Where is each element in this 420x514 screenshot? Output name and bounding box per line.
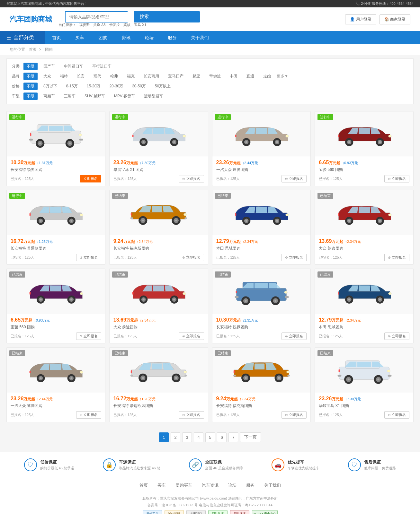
card-footer: 已报名：125人 ⊙ 立即报名 <box>11 332 101 340</box>
filter-cartype-all[interactable]: 不限 <box>23 93 38 100</box>
hot-item-5[interactable]: 宝马 X1 <box>134 23 147 27</box>
filter-type-all[interactable]: 不限 <box>23 63 38 70</box>
register-button[interactable]: ⊙ 立即报名 <box>281 332 307 340</box>
svg-point-11 <box>79 134 82 136</box>
filter-brand-kia[interactable]: 起亚 <box>189 73 203 80</box>
register-button[interactable]: ⊙ 立即报名 <box>384 175 409 182</box>
svg-point-110 <box>143 298 145 300</box>
nav-all-categories[interactable]: ☰ 全部分类 <box>0 31 45 44</box>
register-button[interactable]: ⊙ 立即报名 <box>76 332 101 340</box>
nav-news[interactable]: 资讯 <box>114 31 138 44</box>
register-button[interactable]: ⊙ 立即报名 <box>76 411 101 419</box>
nav-buy[interactable]: 买车 <box>68 31 91 44</box>
register-button[interactable]: ⊙ 立即报名 <box>281 175 307 182</box>
hot-item-4[interactable]: 翼核 <box>123 23 130 27</box>
hot-item-2[interactable]: 类逸 A3 <box>93 23 106 27</box>
filter-brand-other[interactable]: 走始 <box>260 73 274 80</box>
filter-price-30-50[interactable]: 30-50万 <box>129 83 149 90</box>
footer-nav-news[interactable]: 汽车资讯 <box>202 483 219 488</box>
filter-brand-vw[interactable]: 大众 <box>40 73 54 80</box>
filter-brand-chevrolet[interactable]: 帝佛兰 <box>206 73 224 80</box>
merchant-login-button[interactable]: 🏠 商家登录 <box>380 14 410 24</box>
register-button[interactable]: ⊙ 立即报名 <box>281 411 307 419</box>
page-next[interactable]: 下一页 <box>240 432 261 442</box>
nav-about[interactable]: 关于我们 <box>184 31 216 44</box>
status-badge: 进行中 <box>9 193 25 199</box>
filter-type-domestic[interactable]: 国产车 <box>40 63 58 70</box>
svg-point-24 <box>183 135 186 137</box>
filter-brand-direct[interactable]: 直通 <box>243 73 257 80</box>
filter-brand-bmw[interactable]: 宝马日产 <box>165 73 187 80</box>
registered-count: 已报名：125人 <box>216 255 240 260</box>
filter-brand-ford[interactable]: 福特 <box>57 73 71 80</box>
register-button[interactable]: ⊙ 立即报名 <box>179 175 204 182</box>
filter-price-under8[interactable]: 8万以下 <box>40 83 60 90</box>
register-button[interactable]: ⊙ 立即报名 <box>179 332 204 340</box>
register-button[interactable]: ⊙ 立即报名 <box>384 411 409 419</box>
svg-point-171 <box>245 377 247 379</box>
filter-brand-haval[interactable]: 哈弗 <box>107 73 121 80</box>
search-button[interactable]: 搜索 <box>134 11 200 22</box>
register-button[interactable]: ⊙ 立即报名 <box>281 254 307 261</box>
filter-brand-focus[interactable]: 福克 <box>124 73 138 80</box>
features-section: 🛡 低价保证 购前价最低 45 总承诺 🔒 车源保证 靠品牌汽总处发来源 46 … <box>0 452 420 478</box>
filter-cartype-sport[interactable]: 运动型轿车 <box>141 93 166 100</box>
page-6[interactable]: 6 <box>217 432 227 442</box>
nav-group[interactable]: 团购 <box>91 31 114 44</box>
page-7[interactable]: 7 <box>228 432 238 442</box>
page-3[interactable]: 3 <box>182 432 192 442</box>
filter-cartype-sedan[interactable]: 三厢车 <box>61 93 79 100</box>
filter-cartype-hatch[interactable]: 两厢车 <box>40 93 58 100</box>
footer-nav-about[interactable]: 关于我们 <box>264 483 281 488</box>
hamburger-icon: ☰ <box>6 35 11 41</box>
svg-rect-28 <box>256 128 267 134</box>
filter-type-parallel[interactable]: 平行进口车 <box>89 63 115 70</box>
filter-price-over50[interactable]: 50万以上 <box>152 83 174 90</box>
footer-nav-buy[interactable]: 买车 <box>157 483 166 488</box>
svg-rect-85 <box>359 207 370 213</box>
status-badge: 进行中 <box>9 114 25 120</box>
footer-nav-forum[interactable]: 论坛 <box>228 483 237 488</box>
filter-brand-toyota[interactable]: 丰田 <box>227 73 241 80</box>
price-drop: ↑2.44万元 <box>37 397 53 402</box>
filter-type-import[interactable]: 中间进口车 <box>61 63 86 70</box>
page-5[interactable]: 5 <box>205 432 215 442</box>
nav-home[interactable]: 首页 <box>45 31 68 44</box>
filter-brand-hyundai[interactable]: 现代 <box>90 73 104 80</box>
svg-point-102 <box>71 298 73 300</box>
nav-service[interactable]: 服务 <box>161 31 184 44</box>
footer-nav-group[interactable]: 团购买车 <box>175 483 192 488</box>
register-button[interactable]: ⊙ 立即报名 <box>76 254 101 261</box>
filter-brand-more[interactable]: 更多▼ <box>277 74 288 79</box>
filter-brand-changan-comm[interactable]: 长安商用 <box>140 73 162 80</box>
register-button[interactable]: ⊙ 立即报名 <box>384 332 409 340</box>
nav-forum[interactable]: 论坛 <box>138 31 161 44</box>
filter-price-all[interactable]: 不限 <box>23 83 38 90</box>
filter-price-20-30[interactable]: 20-30万 <box>106 83 126 90</box>
footer-nav-home[interactable]: 首页 <box>139 483 148 488</box>
login-button[interactable]: 👤 用户登录 <box>345 14 376 24</box>
hot-item-1[interactable]: 福赛斯 <box>79 23 90 27</box>
page-4[interactable]: 4 <box>194 432 203 442</box>
page-2[interactable]: 2 <box>171 432 180 442</box>
car-image: 进行中 <box>110 111 208 156</box>
register-button-orange[interactable]: 立即报名 <box>80 175 101 182</box>
search-input[interactable] <box>65 11 128 22</box>
svg-rect-168 <box>255 364 264 370</box>
footer-nav-service[interactable]: 服务 <box>246 483 255 488</box>
filter-price-8-15[interactable]: 8-15万 <box>63 83 81 90</box>
filter-cartype-mpv[interactable]: MPV 客货车 <box>111 93 138 100</box>
page-1[interactable]: 1 <box>159 432 169 442</box>
register-button[interactable]: ⊙ 立即报名 <box>179 254 204 261</box>
register-button[interactable]: ⊙ 立即报名 <box>179 411 204 419</box>
register-button[interactable]: ⊙ 立即报名 <box>384 254 409 261</box>
breadcrumb-home[interactable]: 首页 <box>29 47 37 52</box>
filter-price-15-20[interactable]: 15-20万 <box>84 83 104 90</box>
svg-rect-107 <box>153 285 164 291</box>
filter-brand-all[interactable]: 不限 <box>23 73 38 80</box>
filter-cartype-suv[interactable]: SUV 越野车 <box>81 93 108 100</box>
filter-brand-changan[interactable]: 长安 <box>74 73 88 80</box>
svg-point-140 <box>388 292 391 295</box>
badge-integrity: 诚信管理 <box>165 510 184 514</box>
hot-item-3[interactable]: 卡罗拉 <box>109 23 120 27</box>
